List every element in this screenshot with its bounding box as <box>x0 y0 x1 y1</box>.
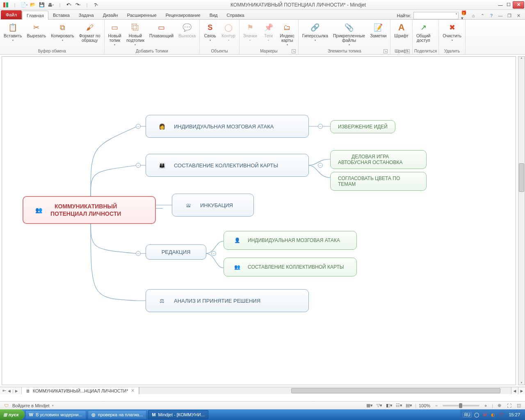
new-icon[interactable]: 📄▾ <box>20 1 28 9</box>
mindmap-node-b2[interactable]: 👨‍👩‍👦 СОСТАВЛЕНИЕ КОЛЛЕКТИВНОЙ КАРТЫ <box>146 154 309 177</box>
horizontal-scrollbar[interactable] <box>139 387 511 394</box>
tab-справка[interactable]: Справка <box>222 10 249 19</box>
dialog-launcher-icon[interactable]: ↘ <box>292 49 296 53</box>
help-icon[interactable]: ? <box>488 12 495 19</box>
ribbon-button[interactable]: 📎Прикрепленные файлы▾ <box>331 21 367 47</box>
scrollbar-thumb[interactable] <box>519 163 524 192</box>
help-dropdown-icon[interactable]: ?▾ <box>92 1 100 9</box>
tab-close-icon[interactable]: ✕ <box>131 388 135 393</box>
tab-file[interactable]: Файл <box>1 10 22 19</box>
taskbar-item[interactable]: ◎проверка на плагиа... <box>88 410 147 419</box>
collapse-ribbon-icon[interactable]: ⌃ <box>479 12 486 19</box>
tray-icon[interactable]: 🛡 <box>498 411 504 418</box>
zoom-slider[interactable] <box>443 405 479 406</box>
scroll-up-icon[interactable]: ▲ <box>518 57 525 59</box>
nav-next-icon[interactable]: ► <box>14 388 19 393</box>
tray-icon[interactable]: ◯ <box>473 411 480 418</box>
child-restore-icon[interactable]: ❐ <box>506 12 513 19</box>
redo-icon[interactable]: ↷▾ <box>74 1 82 9</box>
collapse-handle[interactable]: – <box>318 163 323 168</box>
ribbon-button[interactable]: AШрифт <box>392 21 411 39</box>
dialog-launcher-icon[interactable]: ↘ <box>383 49 388 53</box>
mindmap-canvas[interactable]: 👥 КОММУНИКАТИВНЫЙ ПОТЕНЦИАЛ ЛИЧНОСТИ – 👩… <box>2 56 516 385</box>
fit-icon[interactable]: ⊕ <box>495 402 503 409</box>
grid-icon[interactable]: ▤▾ <box>405 402 413 409</box>
ribbon-button[interactable]: 📝Заметки <box>368 21 388 39</box>
fullscreen-icon[interactable]: ⛶ <box>505 402 513 409</box>
scroll-right-icon[interactable]: ► <box>518 387 525 394</box>
open-icon[interactable]: 📂 <box>29 1 37 9</box>
home-icon[interactable]: ⌂ <box>470 12 477 19</box>
tab-дизайн[interactable]: Дизайн <box>98 10 123 19</box>
collapse-handle[interactable]: – <box>136 251 141 256</box>
ribbon-button[interactable]: 📋Вставить▾ <box>2 21 24 43</box>
ribbon-button[interactable]: 🖌Формат по образцу <box>77 21 103 44</box>
zoom-out-icon[interactable]: − <box>433 402 440 409</box>
ribbon-button[interactable]: ⿻Новый подтопик▾ <box>124 21 146 47</box>
ribbon-button[interactable]: ▭Новый топик▾ <box>106 21 123 47</box>
mindmap-node-b2-1[interactable]: ДЕЛОВАЯ ИГРА АВТОБУСНАЯ ОСТАНОВКА <box>330 150 427 169</box>
undo-icon[interactable]: ↶▾ <box>65 1 73 9</box>
ribbon-button[interactable]: 🔗Гиперссылка▾ <box>300 21 330 43</box>
ribbon-button[interactable]: ⧉Копировать▾ <box>49 21 76 43</box>
filter-icon[interactable]: ▽▾ <box>376 402 383 409</box>
taskbar-item[interactable]: WВ условиях модерни... <box>25 410 86 419</box>
vertical-scrollbar[interactable]: ▲ ▼ <box>518 56 525 385</box>
tray-icon[interactable]: ◐ <box>490 411 496 418</box>
maximize-icon[interactable]: ☐ <box>504 1 513 9</box>
dropdown-icon[interactable]: ▾ <box>52 404 54 407</box>
mindmap-node-b5[interactable]: ⚖ АНАЛИЗ И ПРИНЯТИЕ РЕШЕНИЯ <box>146 289 309 312</box>
ribbon-button[interactable]: ↗Общий доступ <box>414 21 433 44</box>
dialog-launcher-icon[interactable]: ↘ <box>406 49 410 53</box>
minimize-icon[interactable]: — <box>496 1 504 9</box>
language-indicator[interactable]: RU <box>463 412 472 418</box>
clock[interactable]: 15:27 <box>506 412 523 417</box>
child-minimize-icon[interactable]: — <box>497 12 504 19</box>
mindmap-node-b1[interactable]: 👩 ИНДИВИДУАЛЬНАЯ МОЗГОВАЯ АТАКА <box>146 115 309 138</box>
collapse-handle[interactable]: – <box>318 124 323 129</box>
mindmap-node-b4-2[interactable]: 👥 СОСТАВЛЕНИЕ КОЛЛЕКТИВНОЙ КАРТЫ <box>224 258 357 276</box>
tab-вид[interactable]: Вид <box>205 10 222 19</box>
gift-icon[interactable]: 🎁▾ <box>461 12 468 19</box>
scrollbar-thumb[interactable] <box>291 388 500 393</box>
ribbon-button[interactable]: ✂Вырезать <box>25 21 48 39</box>
taskbar-item[interactable]: MMindjet - [КОММУНИ... <box>148 410 208 419</box>
print-icon[interactable]: 🖶▾ <box>47 1 55 9</box>
ribbon-button[interactable]: SСвязь▾ <box>201 21 219 43</box>
zoom-value[interactable]: 100% <box>419 403 430 408</box>
nav-first-icon[interactable]: ⇤ <box>2 388 6 393</box>
collapse-handle[interactable]: – <box>211 251 216 256</box>
document-tab[interactable]: 🗎 КОММУНИКАТИВНЫЙ...НЦИАЛ ЛИЧНОСТИ* ✕ <box>22 387 139 394</box>
ribbon-button[interactable]: 🗂Индекс карты▾ <box>278 21 297 47</box>
tab-рецензирование[interactable]: Рецензирование <box>161 10 205 19</box>
scroll-left-icon[interactable]: ◄ <box>511 387 518 394</box>
start-button[interactable]: ⊞ пуск <box>0 409 25 420</box>
ribbon-button[interactable]: ▭Плавающий <box>147 21 176 39</box>
mindmap-node-b3[interactable]: 🛎 ИНКУБАЦИЯ <box>172 194 254 217</box>
tab-вставка[interactable]: Вставка <box>48 10 74 19</box>
collapse-handle[interactable]: – <box>136 124 141 129</box>
zoom-knob[interactable] <box>459 403 462 408</box>
view-icon[interactable]: ▦▾ <box>366 402 373 409</box>
shield-icon[interactable]: 🛡 <box>2 402 10 409</box>
layers-icon[interactable]: ☷▾ <box>395 402 403 409</box>
taskpane-icon[interactable]: ◫ <box>515 402 523 409</box>
mindmap-node-b1-1[interactable]: ИЗВЕРЖЕНИЕ ИДЕЙ <box>330 120 395 133</box>
scroll-down-icon[interactable]: ▼ <box>518 381 525 384</box>
find-input[interactable] <box>413 12 459 19</box>
tray-icon[interactable]: M <box>482 411 488 418</box>
nav-prev-icon[interactable]: ◄ <box>7 388 11 393</box>
zoom-in-icon[interactable]: + <box>482 402 489 409</box>
mindmap-node-b2-2[interactable]: СОГЛАСОВАТЬ ЦВЕТА ПО ТЕМАМ <box>330 172 427 191</box>
highlight-icon[interactable]: ◧▾ <box>386 402 393 409</box>
login-prompt[interactable]: Войдите в Mindjet <box>12 403 50 408</box>
mindmap-node-b4[interactable]: РЕДАКЦИЯ <box>146 244 206 260</box>
ribbon-button[interactable]: ✖Очистить▾ <box>441 21 463 43</box>
mindmap-root-node[interactable]: 👥 КОММУНИКАТИВНЫЙ ПОТЕНЦИАЛ ЛИЧНОСТИ <box>23 196 156 224</box>
mindmap-node-b4-1[interactable]: 👤 ИНДИВИДУАЛЬНАЯ МОЗГОВАЯ АТАКА <box>224 231 357 250</box>
save-icon[interactable]: 💾 <box>38 1 46 9</box>
tab-главная[interactable]: Главная <box>22 11 48 20</box>
tab-расширенные[interactable]: Расширенные <box>123 10 161 19</box>
close-icon[interactable]: ✕ <box>513 1 524 9</box>
tab-задача[interactable]: Задача <box>74 10 98 19</box>
